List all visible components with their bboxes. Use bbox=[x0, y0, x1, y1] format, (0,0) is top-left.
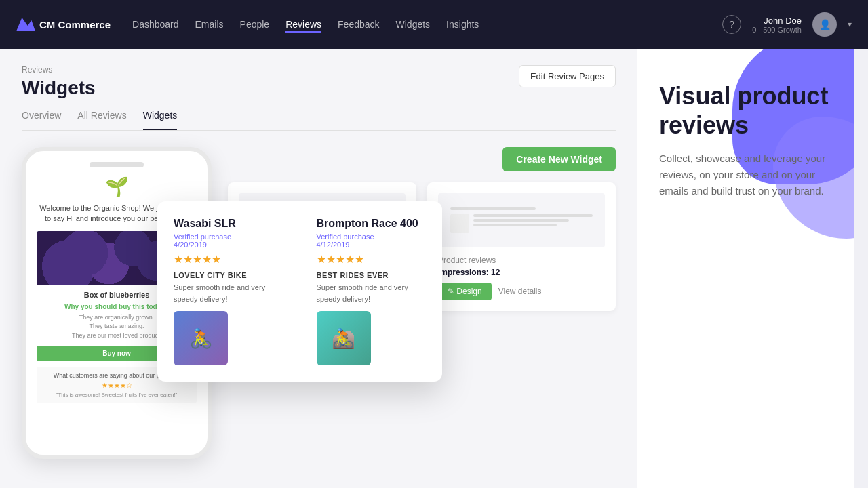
phone-review-quote: "This is awesome! Sweetest fruits I've e… bbox=[42, 392, 191, 398]
review-body-2: Super smooth ride and very speedy delive… bbox=[317, 282, 427, 304]
logo-text: CM Commerce bbox=[39, 19, 111, 30]
review-date-1: 4/20/2019 bbox=[174, 241, 283, 249]
bike-emoji-1: 🚴 bbox=[189, 327, 213, 350]
review-item-2: Brompton Race 400 Verified purchase 4/12… bbox=[317, 218, 427, 365]
verified-tag-2: Verified purchase bbox=[317, 232, 427, 241]
review-product-name-2: Brompton Race 400 bbox=[317, 218, 427, 230]
widget-card-2-impressions: Impressions: 12 bbox=[438, 268, 605, 277]
logo-icon bbox=[16, 18, 35, 31]
nav-widgets[interactable]: Widgets bbox=[396, 16, 431, 33]
review-date-2: 4/12/2019 bbox=[317, 241, 427, 249]
bike-icon-2: 🚵 bbox=[317, 311, 371, 365]
review-product-name-1: Wasabi SLR bbox=[174, 218, 283, 230]
review-body-1: Super smooth ride and very speedy delive… bbox=[174, 282, 283, 304]
bike-icon-1: 🚴 bbox=[174, 311, 228, 365]
review-title-1: LOVELY CITY BIKE bbox=[174, 271, 283, 279]
review-image-2: 🚵 bbox=[317, 311, 371, 365]
chevron-down-icon[interactable]: ▾ bbox=[848, 20, 852, 29]
main-wrapper: Reviews Widgets Edit Review Pages Overvi… bbox=[0, 49, 868, 488]
phone-notch bbox=[90, 162, 144, 167]
navbar: CM Commerce Dashboard Emails People Revi… bbox=[0, 0, 868, 49]
bike-emoji-2: 🚵 bbox=[332, 327, 355, 350]
nav-emails[interactable]: Emails bbox=[195, 16, 224, 33]
widget-card-product: Product reviews Impressions: 12 ✎ Design… bbox=[427, 182, 616, 311]
review-divider bbox=[300, 218, 300, 365]
shop-logo: 🌱 bbox=[37, 176, 197, 198]
content-area: 🌱 Welcome to the Organic Shop! We just w… bbox=[22, 147, 616, 459]
create-new-widget-button[interactable]: Create New Widget bbox=[502, 147, 616, 171]
design-button-2[interactable]: ✎ Design bbox=[438, 283, 492, 300]
tab-widgets[interactable]: Widgets bbox=[143, 110, 178, 130]
overlay-review-card: Wasabi SLR Verified purchase 4/20/2019 ★… bbox=[157, 201, 442, 382]
marketing-title: Visual product reviews bbox=[659, 81, 833, 140]
widget-impressions-value-2: 12 bbox=[491, 268, 500, 277]
stars-1: ★★★★★ bbox=[174, 253, 283, 266]
widget-impressions-label-2: Impressions: bbox=[438, 268, 489, 277]
nav-dashboard[interactable]: Dashboard bbox=[132, 16, 179, 33]
user-name: John Doe bbox=[752, 16, 802, 26]
verified-tag-1: Verified purchase bbox=[174, 232, 283, 241]
help-button[interactable]: ? bbox=[722, 15, 741, 34]
avatar[interactable]: 👤 bbox=[812, 12, 837, 37]
logo[interactable]: CM Commerce bbox=[16, 18, 111, 31]
edit-review-pages-button[interactable]: Edit Review Pages bbox=[519, 65, 616, 87]
marketing-description: Collect, showcase and leverage your revi… bbox=[659, 150, 833, 199]
nav-feedback[interactable]: Feedback bbox=[338, 16, 379, 33]
review-item-1: Wasabi SLR Verified purchase 4/20/2019 ★… bbox=[174, 218, 283, 365]
main-content: Reviews Widgets Edit Review Pages Overvi… bbox=[0, 49, 637, 488]
get-more-link-2[interactable]: View details bbox=[498, 287, 542, 296]
tab-overview[interactable]: Overview bbox=[22, 110, 61, 130]
review-image-1: 🚴 bbox=[174, 311, 228, 365]
nav-reviews[interactable]: Reviews bbox=[285, 16, 321, 33]
tabs: Overview All Reviews Widgets bbox=[22, 110, 616, 131]
user-info: John Doe 0 - 500 Growth bbox=[752, 16, 802, 34]
shop-icon: 🌱 bbox=[105, 176, 129, 197]
widget-card-2-label: Product reviews bbox=[438, 256, 605, 265]
stars-2: ★★★★★ bbox=[317, 253, 427, 266]
widget-preview-product bbox=[438, 193, 605, 247]
phone-stars: ★★★★☆ bbox=[42, 382, 191, 389]
nav-insights[interactable]: Insights bbox=[446, 16, 479, 33]
marketing-panel: Visual product reviews Collect, showcase… bbox=[637, 49, 854, 488]
review-title-2: BEST RIDES EVER bbox=[317, 271, 427, 279]
tab-all-reviews[interactable]: All Reviews bbox=[77, 110, 126, 130]
nav-right: ? John Doe 0 - 500 Growth 👤 ▾ bbox=[722, 12, 852, 37]
nav-people[interactable]: People bbox=[240, 16, 270, 33]
user-plan: 0 - 500 Growth bbox=[752, 26, 802, 34]
nav-links: Dashboard Emails People Reviews Feedback… bbox=[132, 16, 722, 33]
